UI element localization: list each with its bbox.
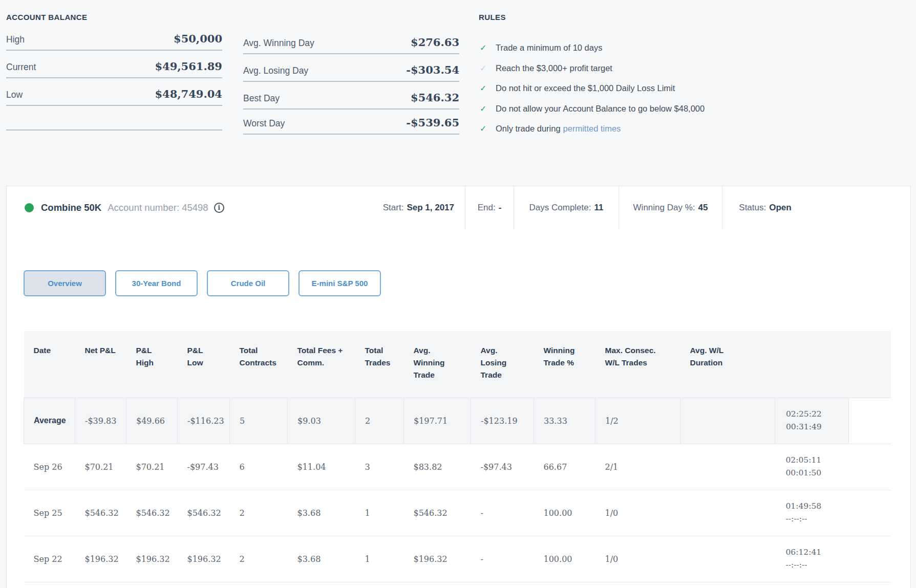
cell-net-pl: -$39.83 — [75, 398, 126, 444]
cell-avg-winning-trade: $83.82 — [404, 444, 471, 490]
cell-total-trades: 1 — [355, 536, 404, 582]
column-header-total-contracts: Total Contracts — [230, 331, 288, 398]
cell-avg-wl-duration: 01:49:58--:--:-- — [775, 490, 849, 536]
column-header-label: Total Fees + Comm. — [297, 344, 349, 369]
cell-trailing — [849, 536, 891, 582]
cell-total-contracts: 2 — [230, 536, 288, 582]
column-header-p-l-low: P&L Low — [178, 331, 230, 398]
cell-total-trades: 3 — [355, 444, 404, 490]
balance-row: Low$48,749.04 — [6, 78, 222, 106]
permitted-times-link[interactable]: permitted times — [563, 124, 621, 134]
cell-avg-wl-duration: 02:05:1100:01:50 — [775, 444, 849, 490]
cell-avg-winning-trade: $196.32 — [404, 536, 471, 582]
stat-label: Winning Day %: — [633, 203, 695, 213]
cell-trailing — [849, 444, 891, 490]
summary-section: ACCOUNT BALANCE High$50,000Current$49,56… — [0, 0, 916, 186]
cell-pl-high: $70.21 — [126, 444, 178, 490]
tab-e-mini-s-p-500[interactable]: E-mini S&P 500 — [299, 270, 381, 296]
check-icon-muted: ✓ — [479, 63, 496, 73]
balance-row: High$50,000 — [6, 23, 222, 51]
stat-value: 45 — [698, 203, 708, 213]
info-icon[interactable]: i — [214, 203, 224, 213]
rules-panel: RULES ✓Trade a minimum of 10 days✓Reach … — [479, 11, 806, 186]
cell-total-trades: 1 — [355, 490, 404, 536]
cell-winning-trade-pct: 66.67 — [534, 444, 595, 490]
rule-text: Trade a minimum of 10 days — [496, 43, 602, 53]
account-stat-end: End:- — [465, 186, 514, 229]
cell-avg-losing-trade: - — [471, 490, 534, 536]
check-icon: ✓ — [479, 104, 496, 114]
column-header-winning-trade: Winning Trade % — [534, 331, 595, 398]
cell-pl-low: $196.32 — [178, 536, 230, 582]
cell-avg-losing-trade: -$123.19 — [471, 398, 534, 444]
column-header-label: P&L Low — [187, 344, 211, 369]
table-body: Average-$39.83$49.66-$116.235$9.032$197.… — [24, 398, 891, 582]
column-header-label: Avg. W/L Duration — [690, 344, 733, 369]
cell-pl-high: $546.32 — [126, 490, 178, 536]
column-header-date: Date — [24, 331, 75, 398]
account-stat-days-complete: Days Complete:11 — [514, 186, 619, 229]
cell-pl-low: -$116.23 — [178, 398, 230, 444]
cell-total-fees: $11.04 — [288, 444, 355, 490]
column-header-max-consec-w-l-trades: Max. Consec. W/L Trades — [595, 331, 680, 398]
rule-item: ✓Only trade duringpermitted times — [479, 119, 806, 139]
cell-winning-trade-pct: 100.00 — [534, 490, 595, 536]
account-name: Combine 50K — [41, 202, 101, 213]
account-number: Account number: 45498 — [108, 202, 208, 213]
tab-crude-oil[interactable]: Crude Oil — [207, 270, 289, 296]
balance-label: High — [6, 34, 25, 45]
combine-panel: Combine 50K Account number: 45498 i Star… — [6, 186, 911, 588]
cell-net-pl: $70.21 — [75, 444, 126, 490]
account-balance-rows: High$50,000Current$49,561.89Low$48,749.0… — [6, 23, 222, 130]
column-header-avg-w-l-duration: Avg. W/L Duration — [680, 331, 775, 398]
duration-line: --:--:-- — [786, 513, 849, 526]
cell-net-pl: $546.32 — [75, 490, 126, 536]
day-stat-row: Avg. Winning Day$276.63 — [243, 27, 459, 54]
balance-row — [6, 106, 222, 130]
cell-max-consec-wl: 2/1 — [595, 444, 680, 490]
account-stats: Start:Sep 1, 2017End:-Days Complete:11Wi… — [368, 186, 808, 229]
rules-title: RULES — [479, 13, 806, 23]
cell-duration-spacer — [680, 444, 775, 490]
cell-avg-winning-trade: $197.71 — [404, 398, 471, 444]
day-stat-label: Best Day — [243, 93, 280, 104]
cell-date: Sep 26 — [24, 444, 75, 490]
cell-winning-trade-pct: 100.00 — [534, 536, 595, 582]
day-stat-row: Worst Day-$539.65 — [243, 110, 459, 135]
instrument-tabs: Overview30-Year BondCrude OilE-mini S&P … — [24, 270, 910, 296]
column-header-label: Total Contracts — [240, 344, 282, 369]
stat-label: End: — [478, 203, 496, 213]
cell-avg-wl-duration: 02:25:2200:31:49 — [775, 398, 849, 444]
cell-duration-spacer — [680, 398, 775, 444]
column-header-spacer — [849, 331, 891, 398]
day-stat-row: Best Day$546.32 — [243, 82, 459, 110]
column-header-label: Max. Consec. W/L Trades — [605, 344, 663, 369]
duration-line: 06:12:41 — [786, 546, 849, 559]
duration-line: 00:31:49 — [786, 421, 848, 433]
tab-overview[interactable]: Overview — [24, 270, 106, 296]
cell-pl-low: -$97.43 — [178, 444, 230, 490]
column-header-label: Avg. Losing Trade — [481, 344, 518, 381]
duration-line: 00:01:50 — [786, 467, 849, 480]
cell-avg-wl-duration: 06:12:41--:--:-- — [775, 536, 849, 582]
balance-label: Low — [6, 90, 23, 100]
table-header-row: DateNet P&LP&L HighP&L LowTotal Contract… — [24, 331, 891, 398]
column-header-label: Total Trades — [365, 344, 395, 369]
rule-item: ✓Trade a minimum of 10 days — [479, 38, 806, 58]
column-header-spacer — [775, 331, 849, 398]
cell-avg-losing-trade: - — [471, 536, 534, 582]
account-stat-winning-day-pct: Winning Day %:45 — [619, 186, 722, 229]
column-header-label: Avg. Winning Trade — [414, 344, 451, 381]
balance-value: $48,749.04 — [155, 88, 222, 100]
day-stat-label: Avg. Winning Day — [243, 38, 314, 49]
cell-max-consec-wl: 1/2 — [595, 398, 680, 444]
balance-value: $49,561.89 — [155, 60, 222, 73]
rule-text: Do not allow your Account Balance to go … — [496, 104, 705, 114]
duration-line: 02:25:22 — [786, 408, 848, 421]
account-balance-title: ACCOUNT BALANCE — [6, 13, 222, 23]
check-icon: ✓ — [479, 124, 496, 134]
check-icon: ✓ — [479, 43, 496, 53]
stat-value: 11 — [594, 203, 603, 213]
balance-label: Current — [6, 62, 36, 73]
tab-30-year-bond[interactable]: 30-Year Bond — [115, 270, 198, 296]
